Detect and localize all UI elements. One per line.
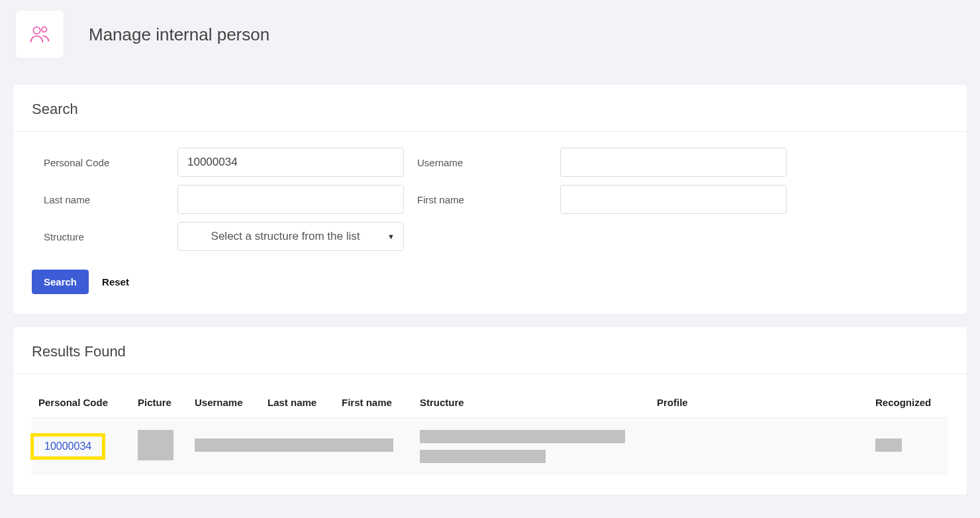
personal-code-label: Personal Code xyxy=(32,157,177,168)
first-name-label: First name xyxy=(417,194,560,205)
search-panel: Search Personal Code Username Last name … xyxy=(13,85,967,314)
personal-code-link[interactable]: 10000034 xyxy=(38,437,98,456)
picture-redacted xyxy=(138,430,173,460)
search-heading: Search xyxy=(13,85,967,132)
col-first-name: First name xyxy=(335,388,413,418)
table-row: 10000034 xyxy=(32,418,948,476)
people-icon xyxy=(28,23,52,46)
svg-point-0 xyxy=(33,27,40,34)
col-last-name: Last name xyxy=(261,388,335,418)
people-icon-box xyxy=(16,11,64,58)
page-title: Manage internal person xyxy=(89,25,270,45)
name-redacted xyxy=(195,439,393,452)
personal-code-highlight: 10000034 xyxy=(30,433,105,460)
username-label: Username xyxy=(417,157,560,168)
svg-point-1 xyxy=(42,27,47,32)
structure-redacted-1 xyxy=(420,430,625,443)
last-name-input[interactable] xyxy=(177,185,404,214)
personal-code-input[interactable] xyxy=(177,148,404,177)
results-panel: Results Found Personal Code Picture User… xyxy=(13,327,967,495)
results-heading: Results Found xyxy=(13,327,967,374)
structure-label: Structure xyxy=(32,231,177,242)
col-personal-code: Personal Code xyxy=(32,388,131,418)
results-table: Personal Code Picture Username Last name… xyxy=(32,388,948,475)
col-username: Username xyxy=(188,388,261,418)
search-button[interactable]: Search xyxy=(32,270,89,294)
recognized-redacted xyxy=(875,439,902,452)
reset-button[interactable]: Reset xyxy=(102,270,129,294)
structure-select[interactable] xyxy=(177,222,404,251)
first-name-input[interactable] xyxy=(560,185,787,214)
col-picture: Picture xyxy=(131,388,188,418)
username-input[interactable] xyxy=(560,148,787,177)
col-profile: Profile xyxy=(650,388,869,418)
page-header: Manage internal person xyxy=(0,0,980,85)
col-structure: Structure xyxy=(413,388,650,418)
last-name-label: Last name xyxy=(32,194,177,205)
col-recognized: Recognized xyxy=(869,388,948,418)
structure-redacted-2 xyxy=(420,450,546,463)
